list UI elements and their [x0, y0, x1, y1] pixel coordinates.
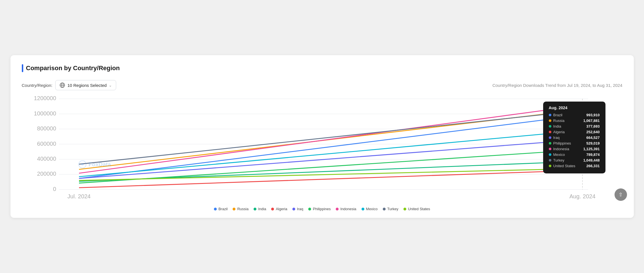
- svg-text:800000: 800000: [37, 125, 56, 132]
- tooltip-row: Iraq 664,527: [549, 136, 600, 140]
- legend-item: Russia: [233, 207, 248, 211]
- tooltip-date: Aug. 2024: [549, 106, 600, 110]
- chevron-down-icon: ⌄: [109, 83, 112, 87]
- svg-text:1000000: 1000000: [34, 110, 56, 117]
- tooltip-box: Aug. 2024 Brazil 993,910 Russia 1,067,88…: [543, 102, 605, 173]
- svg-line-19: [79, 115, 582, 179]
- scroll-to-top-button[interactable]: ⇧: [615, 188, 627, 201]
- tooltip-row: United States 266,331: [549, 164, 600, 168]
- svg-text:Jul. 2024: Jul. 2024: [67, 193, 90, 199]
- legend-item: United States: [403, 207, 430, 211]
- legend-item: Indonesia: [336, 207, 356, 211]
- tooltip-row: Brazil 993,910: [549, 113, 600, 117]
- legend-item: Philippines: [308, 207, 331, 211]
- tooltip-row: Indonesia 1,125,391: [549, 147, 600, 151]
- tooltip-row: Mexico 789,874: [549, 152, 600, 157]
- legend-item: India: [254, 207, 266, 211]
- svg-text:0: 0: [53, 186, 56, 192]
- tooltip-row: Philippines 529,019: [549, 141, 600, 145]
- svg-text:200000: 200000: [37, 171, 56, 177]
- main-card: Comparison by Country/Region Country/Reg…: [10, 55, 634, 218]
- legend-row: BrazilRussiaIndiaAlgeriaIraqPhilippinesI…: [22, 207, 622, 211]
- svg-text:600000: 600000: [37, 140, 56, 147]
- svg-line-25: [79, 105, 582, 173]
- region-dropdown[interactable]: 10 Regions Selected ⌄: [55, 80, 116, 90]
- tooltip-row: Turkey 1,049,448: [549, 158, 600, 162]
- region-selector: Country/Region: 10 Regions Selected ⌄: [22, 80, 116, 90]
- controls-row: Country/Region: 10 Regions Selected ⌄ Co…: [22, 80, 622, 90]
- trend-label: Country/Region Downloads Trend from Jul …: [492, 83, 622, 88]
- page-title: Comparison by Country/Region: [26, 65, 120, 72]
- region-label: Country/Region:: [22, 83, 52, 88]
- legend-item: Iraq: [292, 207, 303, 211]
- tooltip-row: Russia 1,067,881: [549, 119, 600, 123]
- regions-selected-text: 10 Regions Selected: [67, 83, 107, 88]
- title-bar: Comparison by Country/Region: [22, 64, 622, 72]
- legend-item: Algeria: [271, 207, 287, 211]
- globe-icon: [59, 82, 65, 88]
- tooltip-row: India 377,693: [549, 124, 600, 128]
- svg-text:400000: 400000: [37, 156, 56, 162]
- svg-line-24: [79, 150, 582, 183]
- title-accent: [22, 64, 23, 72]
- svg-text:Aug. 2024: Aug. 2024: [569, 193, 595, 199]
- chart-area: 1200000 1000000 800000 600000 400000 200…: [22, 96, 622, 203]
- tooltip-row: Algeria 252,640: [549, 130, 600, 134]
- chart-svg: 1200000 1000000 800000 600000 400000 200…: [22, 96, 622, 203]
- legend-item: Turkey: [383, 207, 398, 211]
- svg-text:1200000: 1200000: [34, 96, 56, 101]
- legend-item: Mexico: [362, 207, 378, 211]
- legend-item: Brazil: [214, 207, 228, 211]
